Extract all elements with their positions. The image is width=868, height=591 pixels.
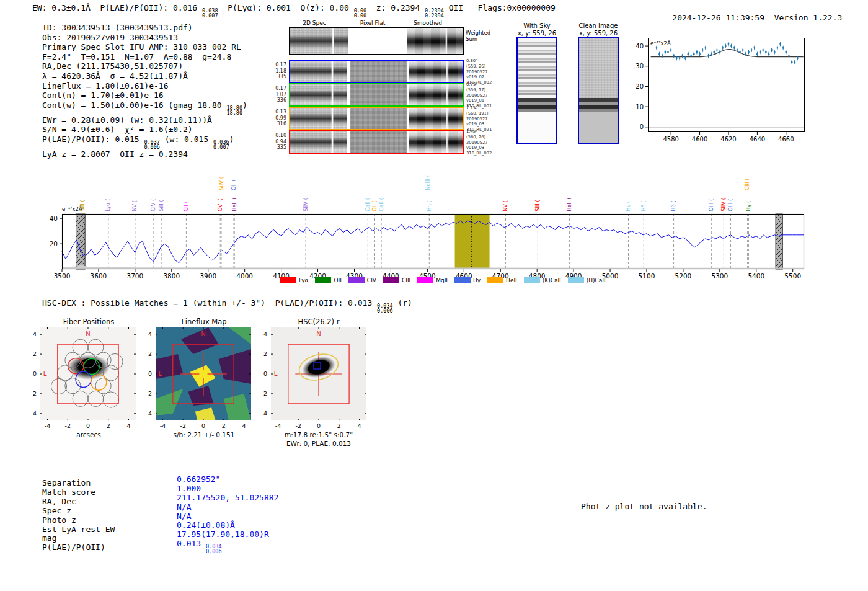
weighted-2d-spec-image: [290, 28, 348, 54]
data-point: [676, 57, 678, 59]
text-segment: Cont(n) = 1.70(±0.01)e-16: [42, 91, 164, 100]
x-tick-label: -4: [160, 422, 166, 429]
with-sky-stripes: [518, 38, 556, 98]
info-line: ID: 3003439513 (3003439513.pdf): [42, 23, 247, 33]
legend-swatch: [487, 277, 503, 283]
match-table-label: Separation: [42, 479, 115, 488]
x-tick-label: 3700: [127, 272, 144, 280]
east-label: E: [159, 370, 162, 377]
text-segment: 0.24(±0.08)Å: [177, 520, 235, 530]
data-point: [760, 51, 761, 53]
data-point: [774, 51, 776, 53]
x-tick-label: 4620: [720, 136, 736, 143]
data-point: [696, 51, 698, 53]
spectral-line-legend: LyαOIICIVCIIIMgIIHγHeII(K)CaII(H)CaII: [280, 277, 606, 283]
emission-line-label: OVI (: [217, 198, 223, 211]
fiber-row-right-labels: 1.42"(560, 26)20190527v019_03310_RL_002: [466, 129, 492, 156]
fiber-strip-segment: [409, 84, 463, 105]
fiber-id-line: 20190527: [466, 93, 492, 99]
y-tick-label: 4: [264, 331, 267, 337]
info-line: S/N = 4.9(±0.6) χ² = 1.6(±0.2): [42, 125, 247, 135]
with-sky-image: [516, 37, 557, 144]
fiber-strip-segment: [290, 108, 347, 129]
text-segment: F=2.4" T=0.151 N=1.07 A=0.88 g=24.8: [42, 52, 231, 61]
info-line: LineFlux = 1.80(±0.61)e-16: [42, 81, 247, 91]
emission-line-label: Hγ (: [745, 201, 751, 211]
info-line: RA,Dec (211.175430,51.025707): [42, 61, 247, 71]
y-tick-label: -4: [31, 410, 37, 417]
text-segment: EW: 0.3±0.1Å P(LAE)/P(OII): 0.016: [32, 3, 202, 12]
y-tick-label: -2: [31, 390, 37, 397]
emission-line-label: SiIV (: [720, 198, 727, 211]
text-segment: ID: 3003439513 (3003439513.pdf): [42, 23, 193, 32]
info-line: Cont(n) = 1.70(±0.01)e-16: [42, 91, 247, 100]
y-tick-label: 20: [636, 83, 644, 90]
emission-line-label: Hη (: [426, 200, 432, 211]
emission-line-label: Hε (: [625, 201, 631, 211]
fiber-strip-segment: [350, 84, 407, 105]
text-segment: 17.95(17.90,18.00)R: [177, 530, 269, 539]
x-tick-label: 4: [358, 422, 361, 429]
line-fit-inset-chart: 45804600462046404660010203040e⁻¹⁷x2Å: [648, 38, 805, 132]
fiber-id-line: 0.80": [466, 58, 492, 64]
data-point: [771, 49, 773, 51]
data-point: [737, 49, 738, 51]
emission-line-label: CII (: [183, 201, 189, 211]
plot-border: [63, 215, 804, 269]
stacked-fraction: 0.0340.006: [206, 544, 222, 554]
match-table-label: P(LAE)/P(OII): [42, 543, 115, 553]
text-segment: N/A: [177, 502, 191, 512]
x-tick-label: -2: [295, 422, 301, 429]
weighted-smoothed-image: [407, 28, 463, 54]
emission-line-label: OIII (: [708, 199, 714, 211]
y-tick-label: 2: [33, 350, 37, 357]
data-point: [719, 51, 721, 53]
header-datetime-version: 2024-12-26 11:39:59 Version 1.22.3: [653, 3, 842, 32]
with-sky-xy: x, y: 559, 26: [518, 30, 556, 37]
match-table-label: Match score: [42, 488, 115, 497]
text-segment: 0.662952": [177, 474, 220, 484]
emission-line-label: SiII (: [534, 200, 541, 211]
y-tick-label: 40: [636, 43, 644, 50]
emission-line-label: OII (: [231, 179, 237, 190]
fiber-id-line: 20190527: [466, 140, 492, 146]
y-tick-label: 40: [50, 215, 58, 222]
fiber-strip-segment: [409, 108, 463, 129]
stacked-fraction: 0.0360.007: [213, 140, 229, 149]
header-summary-line: EW: 0.3±0.1Å P(LAE)/P(OII): 0.016 0.0380…: [32, 3, 556, 18]
weighted-pixel-flat-image: [348, 28, 407, 54]
match-table-value: 0.662952": [177, 475, 278, 484]
match-table-label: mag: [42, 534, 115, 543]
legend-label: (K)CaII: [542, 277, 561, 283]
data-point: [762, 49, 764, 51]
emission-line-label: Hδ (: [640, 200, 647, 211]
legend-swatch: [524, 277, 540, 283]
legend-item: CIV: [348, 277, 376, 283]
legend-swatch: [417, 277, 433, 283]
clean-image-bottom: [579, 112, 618, 143]
y-tick-label: 0: [33, 370, 37, 377]
y-tick-label: 4: [148, 331, 152, 337]
data-point: [797, 57, 799, 59]
x-tick-label: 4640: [750, 136, 765, 143]
text-segment: HSC-DEX : Possible Matches = 1 (within +…: [42, 298, 377, 308]
data-point: [745, 53, 746, 55]
fiber-id-line: v019_03: [466, 145, 492, 151]
x-tick-label: 4000: [236, 272, 253, 280]
x-tick-label: -4: [275, 422, 281, 429]
match-table-value: N/A: [177, 512, 278, 522]
y-tick-label: -4: [146, 410, 152, 417]
data-point: [791, 61, 793, 63]
fiber-weight-value: 0.17: [265, 62, 286, 68]
data-point: [748, 51, 750, 53]
info-line: Primary Spec_Slot_IFU_AMP: 310_033_002_R…: [42, 42, 247, 52]
clean-image: [578, 37, 619, 144]
x-tick-label: -2: [180, 422, 185, 429]
data-point: [702, 49, 704, 51]
fiber-positions-plot: -4-4-2-2002244NE: [40, 327, 136, 420]
data-point: [707, 55, 709, 57]
text-segment: LineFlux = 1.80(±0.61)e-16: [42, 81, 169, 91]
legend-label: MgII: [436, 277, 448, 283]
info-line: Obs: 20190527v019_3003439513: [42, 33, 247, 43]
data-point: [768, 53, 770, 55]
